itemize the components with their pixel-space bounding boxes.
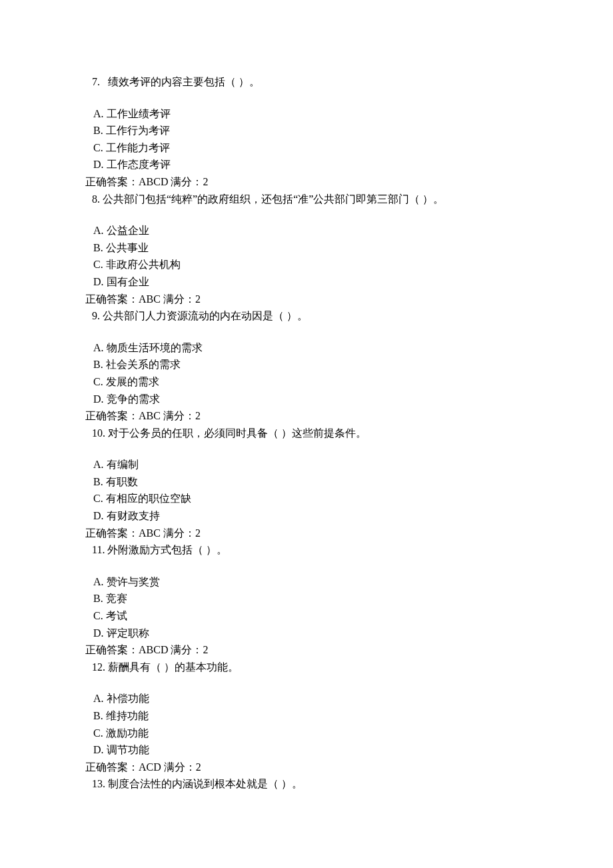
- options: A. 工作业绩考评 B. 工作行为考评 C. 工作能力考评 D. 工作态度考评: [85, 105, 533, 173]
- option-a: A. 有编制: [93, 456, 533, 473]
- answer: 正确答案：ABCD 满分：2: [85, 641, 533, 659]
- option-a: A. 工作业绩考评: [93, 105, 533, 123]
- question-number: 7.: [92, 76, 100, 87]
- option-d: D. 调节功能: [93, 741, 533, 759]
- next-question-stem: 10. 对于公务员的任职，必须同时具备（ ）这些前提条件。: [85, 425, 533, 442]
- question-text: 绩效考评的内容主要包括（ ）。: [108, 76, 260, 87]
- options: A. 物质生活环境的需求 B. 社会关系的需求 C. 发展的需求 D. 竞争的需…: [85, 339, 533, 407]
- next-question-stem: 8. 公共部门包括“纯粹”的政府组织，还包括“准”公共部门即第三部门（ ）。: [85, 191, 533, 208]
- option-a: A. 赞许与奖赏: [93, 573, 533, 591]
- question-12: A. 补偿功能 B. 维持功能 C. 激励功能 D. 调节功能 正确答案：ACD…: [85, 690, 533, 793]
- question-11: A. 赞许与奖赏 B. 竞赛 C. 考试 D. 评定职称 正确答案：ABCD 满…: [85, 573, 533, 676]
- option-a: A. 公益企业: [93, 222, 533, 239]
- option-d: D. 工作态度考评: [93, 156, 533, 173]
- option-c: C. 工作能力考评: [93, 139, 533, 157]
- answer: 正确答案：ABC 满分：2: [85, 407, 533, 425]
- option-d: D. 竞争的需求: [93, 391, 533, 408]
- next-question-stem: 11. 外附激励方式包括（ ）。: [85, 541, 533, 559]
- option-c: C. 考试: [93, 607, 533, 625]
- answer: 正确答案：ABC 满分：2: [85, 291, 533, 308]
- option-c: C. 非政府公共机构: [93, 256, 533, 273]
- option-d: D. 有财政支持: [93, 507, 533, 525]
- question-10: A. 有编制 B. 有职数 C. 有相应的职位空缺 D. 有财政支持 正确答案：…: [85, 456, 533, 559]
- next-question-stem: 9. 公共部门人力资源流动的内在动因是（ ）。: [85, 307, 533, 325]
- answer: 正确答案：ABCD 满分：2: [85, 173, 533, 191]
- option-d: D. 评定职称: [93, 625, 533, 642]
- option-b: B. 工作行为考评: [93, 122, 533, 139]
- option-a: A. 补偿功能: [93, 690, 533, 707]
- options: A. 有编制 B. 有职数 C. 有相应的职位空缺 D. 有财政支持: [85, 456, 533, 524]
- option-a: A. 物质生活环境的需求: [93, 339, 533, 357]
- option-b: B. 竞赛: [93, 590, 533, 607]
- options: A. 赞许与奖赏 B. 竞赛 C. 考试 D. 评定职称: [85, 573, 533, 641]
- option-c: C. 发展的需求: [93, 373, 533, 391]
- question-9: A. 物质生活环境的需求 B. 社会关系的需求 C. 发展的需求 D. 竞争的需…: [85, 339, 533, 442]
- option-c: C. 激励功能: [93, 725, 533, 742]
- option-b: B. 公共事业: [93, 239, 533, 257]
- option-b: B. 有职数: [93, 473, 533, 491]
- option-c: C. 有相应的职位空缺: [93, 490, 533, 507]
- question-8: A. 公益企业 B. 公共事业 C. 非政府公共机构 D. 国有企业 正确答案：…: [85, 222, 533, 325]
- question-7: 7. 绩效考评的内容主要包括（ ）。 A. 工作业绩考评 B. 工作行为考评 C…: [85, 73, 533, 207]
- answer: 正确答案：ABC 满分：2: [85, 525, 533, 542]
- option-b: B. 维持功能: [93, 707, 533, 725]
- options: A. 补偿功能 B. 维持功能 C. 激励功能 D. 调节功能: [85, 690, 533, 758]
- option-d: D. 国有企业: [93, 273, 533, 291]
- option-b: B. 社会关系的需求: [93, 356, 533, 373]
- answer: 正确答案：ACD 满分：2: [85, 759, 533, 776]
- next-question-stem: 12. 薪酬具有（ ）的基本功能。: [85, 659, 533, 676]
- options: A. 公益企业 B. 公共事业 C. 非政府公共机构 D. 国有企业: [85, 222, 533, 290]
- next-question-stem: 13. 制度合法性的内涵说到根本处就是（ ）。: [85, 775, 533, 793]
- question-stem: 7. 绩效考评的内容主要包括（ ）。: [85, 73, 533, 91]
